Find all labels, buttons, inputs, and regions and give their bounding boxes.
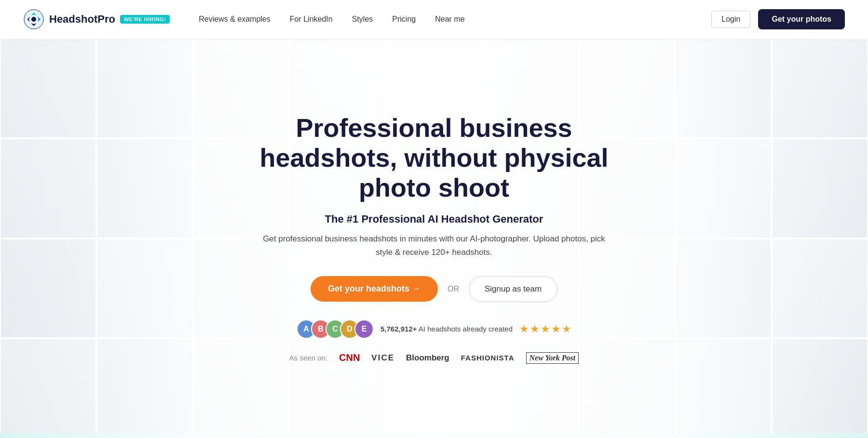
header: HeadshotPro WE'RE HIRING! Reviews & exam… xyxy=(0,0,868,39)
logo-area: HeadshotPro WE'RE HIRING! xyxy=(23,9,170,30)
hero-actions: Get your headshots → OR Signup as team xyxy=(258,276,610,302)
login-button[interactable]: Login xyxy=(711,11,750,28)
media-vice: VICE xyxy=(371,353,394,363)
media-fashionista: FASHIONISTA xyxy=(461,354,515,362)
hero-content: Professional business headshots, without… xyxy=(246,113,622,364)
logo-icon xyxy=(23,9,44,30)
get-headshots-button[interactable]: Get your headshots → xyxy=(311,276,438,302)
get-photos-button[interactable]: Get your photos xyxy=(758,9,845,29)
hero-subtitle: The #1 Professional AI Headshot Generato… xyxy=(258,213,610,226)
or-divider: OR xyxy=(448,285,459,293)
star-rating: ★ ★ ★ ★ ★ xyxy=(519,323,571,335)
nav-styles[interactable]: Styles xyxy=(352,15,373,24)
nav-linkedin[interactable]: For LinkedIn xyxy=(290,15,333,24)
avatar-group: A B C D E xyxy=(297,319,374,339)
as-seen-label: As seen on: xyxy=(289,354,327,362)
nav-reviews[interactable]: Reviews & examples xyxy=(199,15,271,24)
media-nypost: New York Post xyxy=(526,352,579,364)
social-proof: A B C D E 5,762,912+ AI headshots alread… xyxy=(258,319,610,339)
as-seen-on: As seen on: CNN VICE Bloomberg FASHIONIS… xyxy=(258,352,610,364)
proof-count: 5,762,912+ AI headshots already created xyxy=(380,325,513,333)
hero-headline: Professional business headshots, without… xyxy=(258,113,610,202)
hero-description: Get professional business headshots in m… xyxy=(258,232,610,258)
svg-point-1 xyxy=(31,17,36,22)
signup-team-button[interactable]: Signup as team xyxy=(469,276,557,302)
hiring-badge: WE'RE HIRING! xyxy=(120,15,170,24)
main-nav: Reviews & examples For LinkedIn Styles P… xyxy=(199,15,711,24)
media-cnn: CNN xyxy=(339,352,360,363)
logo-text: HeadshotPro xyxy=(49,13,115,26)
media-bloomberg: Bloomberg xyxy=(406,353,449,363)
hero-section: Professional business headshots, without… xyxy=(0,39,868,438)
avatar-5: E xyxy=(354,319,374,339)
nav-nearme[interactable]: Near me xyxy=(435,15,464,24)
header-actions: Login Get your photos xyxy=(711,9,845,29)
nav-pricing[interactable]: Pricing xyxy=(392,15,416,24)
